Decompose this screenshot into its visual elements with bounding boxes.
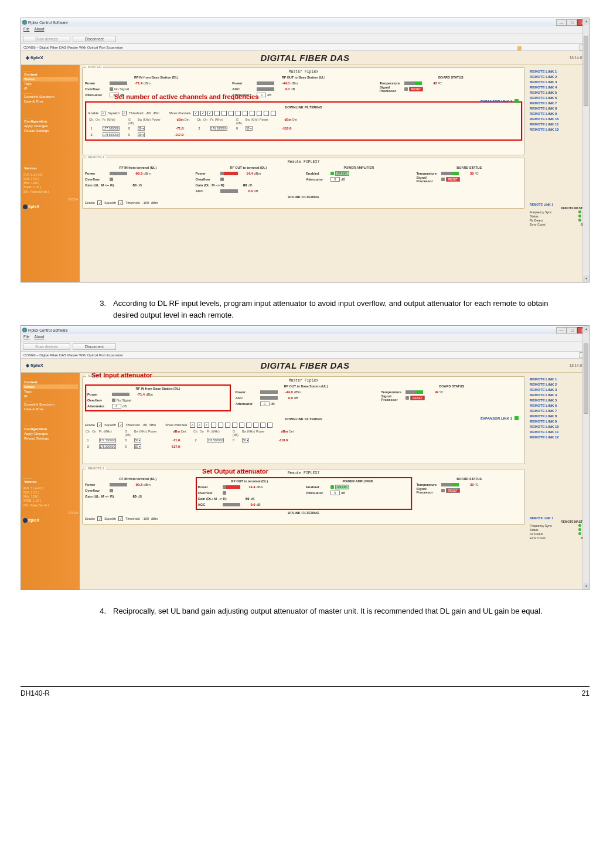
sidebar-content[interactable]: Content [23,72,78,77]
threshold-input[interactable]: -80 [146,111,151,115]
menu-file[interactable]: File [23,27,29,33]
com-port-line: COM26 – Digital Fiber DAS Master With Op… [21,44,589,51]
annotation-3: Set Output attenuator [202,468,527,475]
sidebar-dlspectrum[interactable]: Downlink Spectrum [23,94,78,99]
sidebar-apply[interactable]: Apply Changes [23,124,78,128]
enable-cb[interactable] [101,111,105,115]
window-titlebar: Fiplex Control Software — □ x [21,18,589,26]
channel-checkboxes[interactable] [193,111,276,116]
doc-id: DH140-R [21,689,50,697]
channel-row: 3178.500000030 ▾-117.9 [88,131,519,138]
remote-link-item[interactable]: REMOTE LINK 5 [530,90,587,95]
master-panel: MASTER Master Fiplex RF IN from Base Sta… [82,67,525,155]
maximize-button[interactable]: □ [567,327,577,333]
toolbar: Scan devices Disconnect [21,33,589,44]
channel-row: 1177.500000030 ▾-71.8 2176.500000030 ▾-1… [88,125,519,131]
remote-link-item[interactable]: REMOTE LINK 1 [530,69,587,74]
master-name: Master Fiplex [85,69,522,76]
instruction-3: 3. According to DL RF input levels, prog… [21,293,589,325]
remote-link-item[interactable]: REMOTE LINK 6 [530,95,587,100]
sidebar-ip[interactable]: IP [23,86,78,91]
reset-button-2[interactable]: RESET [446,177,461,182]
sidebar-datetime[interactable]: Date & Time [23,99,78,104]
sidebar-status[interactable]: Status [23,77,78,81]
sidebar-version: Version [23,166,78,171]
reset-button[interactable]: RESET [409,87,424,91]
app-icon [22,20,27,25]
rf-on-button[interactable]: RF ON [335,171,349,176]
squelch-cb[interactable] [122,111,127,115]
screenshot-2: Fiplex Control Software — □ x FileAbout … [21,325,589,590]
annotation-2: Set Input attenuator [91,373,152,379]
right-panel: REMOTE LINK 1 REMOTE LINK 2 REMOTE LINK … [527,65,589,282]
sidebar: .................. Content Status Tags I… [21,65,80,282]
pa-att-input[interactable]: 0 [330,177,340,182]
annotation-1: Set number of active channels and freque… [114,93,258,100]
remote-link-item[interactable]: REMOTE LINK 4 [530,84,587,90]
page-number: 21 [582,689,589,697]
minimize-button[interactable]: — [556,19,567,26]
vertical-scrollbar[interactable]: ▴▾ [582,18,589,282]
remote-link-item[interactable]: REMOTE LINK 7 [530,100,587,105]
fiplex-logo: ◈ fipleX [26,55,43,60]
screenshot-1: Fiplex Control Software — □ x File About… [21,18,589,282]
maximize-button[interactable]: □ [567,19,577,26]
instruction-4: 4. Reciprocally, set UL band gain adjust… [21,601,589,622]
remote-link-item[interactable]: REMOTE LINK 2 [530,74,587,79]
page-footer: DH140-R 21 [0,687,610,709]
fiplex-logo-small: fipleX [23,205,78,209]
scan-devices-button[interactable]: Scan devices [23,36,70,42]
expansor-link[interactable]: EXPANSOR LINK 1 [480,98,519,104]
remote-link-item[interactable]: REMOTE LINK 3 [530,79,587,84]
remote-link-item[interactable]: REMOTE LINK 8 [530,105,587,111]
app-title: DIGITAL FIBER DAS [260,53,349,63]
menu-about[interactable]: About [34,27,44,33]
remote-link-item[interactable]: REMOTE LINK 12 [530,127,587,132]
remote-panel: REMOTE 1 Remote FIPLEX7 RF IN from termi… [82,158,525,209]
main-content: MASTER Master Fiplex RF IN from Base Sta… [80,65,527,282]
remote-link-item[interactable]: REMOTE LINK 10 [530,116,587,121]
sidebar-reload[interactable]: Reload Settings [23,128,78,133]
disconnect-button[interactable]: Disconnect [73,36,116,42]
remote-link-item[interactable]: REMOTE LINK 9 [530,111,587,116]
sidebar-config[interactable]: Configuration [23,119,78,124]
remote-link-item[interactable]: REMOTE LINK 11 [530,121,587,127]
minimize-button[interactable]: — [556,327,567,333]
menubar: File About [21,26,589,33]
sidebar-tags[interactable]: Tags [23,81,78,86]
